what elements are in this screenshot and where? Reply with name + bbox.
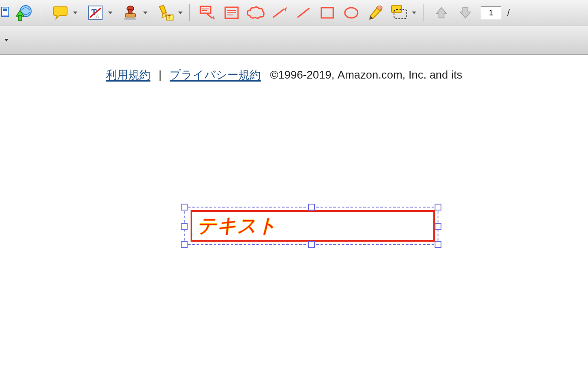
web-upload-button[interactable] [15,3,33,22]
page-up-button[interactable] [432,3,451,22]
resize-handle-ml[interactable] [181,223,188,230]
chevron-down-icon [108,11,112,15]
annotation-textbox[interactable]: テキスト [191,210,435,242]
globe-upload-icon [15,4,32,21]
svg-point-33 [345,8,358,18]
chevron-down-icon [412,11,416,15]
document-viewport[interactable]: 利用規約 | プライバシー規約 ©1996-2019, Amazon.com, … [0,55,588,386]
toolbar-separator [423,4,423,21]
terms-link[interactable]: 利用規約 [106,68,150,81]
arrow-icon [271,6,288,19]
chevron-down-icon [143,11,147,15]
pencil-button[interactable] [366,3,385,22]
resize-handle-tm[interactable] [308,204,315,211]
svg-rect-12 [129,9,132,14]
nav-up-icon [435,6,448,20]
lasso-comment-icon [391,5,408,20]
svg-rect-0 [1,7,9,16]
textbox-icon [224,6,239,19]
secondary-dropdown[interactable] [3,38,9,42]
highlighter-dropdown[interactable] [177,11,183,15]
svg-rect-1 [3,9,7,11]
annotation-textbox-selection[interactable]: テキスト [184,207,438,245]
pencil-icon [368,6,382,20]
resize-handle-tr[interactable] [435,204,441,211]
stamp-button[interactable] [121,3,140,22]
rectangle-button[interactable] [318,3,337,22]
svg-rect-21 [200,6,211,13]
area-comment-dropdown[interactable] [411,11,417,15]
link-separator: | [159,68,162,81]
chevron-down-icon [4,38,9,42]
svg-marker-41 [460,8,470,18]
chevron-down-icon [73,11,77,15]
arrow-button[interactable] [270,3,289,22]
callout-icon [200,6,216,20]
svg-marker-5 [73,12,77,14]
line-icon [296,6,311,19]
main-toolbar: T A T [0,0,588,26]
svg-line-31 [297,8,309,18]
textbox-button[interactable] [222,3,241,22]
chevron-down-icon [178,11,182,15]
svg-rect-14 [124,18,136,20]
svg-marker-15 [143,12,147,14]
highlighter-icon: T [157,5,174,21]
svg-rect-13 [125,14,135,17]
cloud-button[interactable] [246,3,265,22]
secondary-toolbar [0,26,588,55]
svg-text:T: T [168,15,171,20]
copyright-text: ©1996-2019, Amazon.com, Inc. and its [270,68,462,81]
svg-marker-30 [284,7,287,12]
svg-text:A: A [96,14,99,20]
svg-rect-4 [18,15,22,20]
resize-handle-tl[interactable] [181,204,188,211]
privacy-link[interactable]: プライバシー規約 [170,68,261,81]
annotation-textbox-text[interactable]: テキスト [197,213,277,239]
area-comment-button[interactable] [390,3,409,22]
screen-icon [1,7,9,19]
page-footer-text: 利用規約 | プライバシー規約 ©1996-2019, Amazon.com, … [106,67,588,82]
page-number-input[interactable]: 1 [481,6,501,19]
svg-marker-42 [4,39,9,41]
text-markup-dropdown[interactable] [107,11,113,15]
svg-marker-39 [412,12,416,14]
comment-icon [53,6,68,20]
ellipse-button[interactable] [342,3,361,22]
svg-line-29 [273,9,284,18]
page-separator: / [507,7,510,18]
screen-button[interactable] [1,3,9,22]
text-markup-button[interactable]: T A [86,3,105,22]
cloud-icon [247,6,265,19]
resize-handle-mr[interactable] [435,223,441,230]
page-number-value: 1 [489,9,493,18]
toolbar-separator [42,4,42,21]
stamp-dropdown[interactable] [142,11,148,15]
resize-handle-br[interactable] [435,241,441,248]
resize-handle-bm[interactable] [308,241,315,248]
svg-marker-24 [212,16,215,19]
svg-marker-20 [178,12,182,14]
svg-rect-32 [321,8,333,18]
comment-button[interactable] [51,3,70,22]
ellipse-icon [344,6,359,19]
toolbar-separator [189,4,190,21]
stamp-icon [123,5,138,20]
callout-button[interactable] [198,3,217,22]
svg-marker-10 [108,12,112,14]
page-down-button[interactable] [456,3,475,22]
rectangle-icon [320,6,335,19]
highlighter-button[interactable]: T [156,3,175,22]
comment-dropdown[interactable] [72,11,78,15]
nav-down-icon [459,6,472,20]
line-button[interactable] [294,3,313,22]
resize-handle-bl[interactable] [181,241,188,248]
text-style-icon: T A [88,6,103,20]
svg-marker-40 [436,8,447,18]
